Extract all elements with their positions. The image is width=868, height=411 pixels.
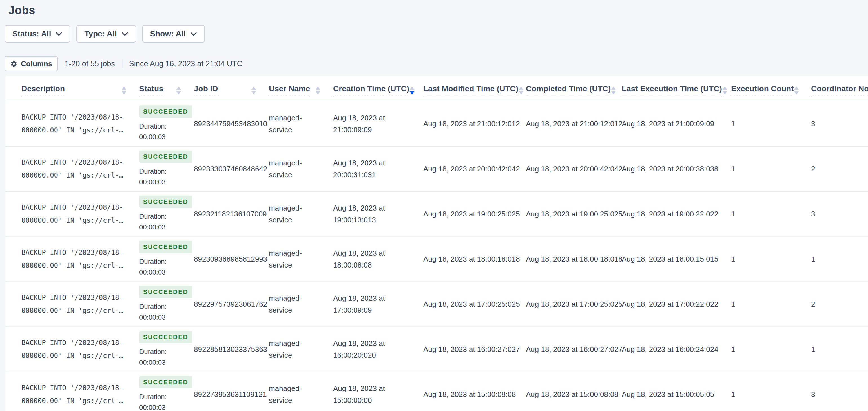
- execution-count: 1: [730, 146, 810, 192]
- last-modified-time: Aug 18, 2023 at 16:00:27:027: [422, 327, 525, 372]
- job-description: BACKUP INTO '/2023/08/18-000000.00' IN '…: [5, 101, 138, 146]
- table-row: BACKUP INTO '/2023/08/18-000000.00' IN '…: [5, 236, 868, 282]
- execution-count: 1: [730, 101, 810, 146]
- creation-time: Aug 18, 2023 at 16:00:20:020: [332, 327, 422, 372]
- gear-icon: [10, 60, 18, 67]
- status-badge: SUCCEEDED: [139, 331, 192, 343]
- creation-time: Aug 18, 2023 at 20:00:31:031: [332, 146, 422, 192]
- coordinator-node: 3: [810, 101, 868, 146]
- job-description: BACKUP INTO '/2023/08/18-000000.00' IN '…: [5, 282, 138, 327]
- status-filter-dropdown[interactable]: Status: All: [4, 25, 70, 42]
- last-modified-time: Aug 18, 2023 at 17:00:25:025: [422, 282, 525, 327]
- job-id: 892333037460848642: [193, 146, 268, 192]
- coordinator-node: 3: [810, 372, 868, 411]
- coordinator-node: 2: [810, 282, 868, 327]
- jobs-page: Jobs Status: All Type: All Show: All C: [0, 0, 868, 411]
- job-id: 892344759453483010: [193, 101, 268, 146]
- column-header-creation-time[interactable]: Creation Time (UTC): [332, 76, 422, 101]
- user-name: managed-service: [268, 327, 332, 372]
- type-filter-dropdown[interactable]: Type: All: [76, 25, 136, 42]
- show-filter-dropdown[interactable]: Show: All: [142, 25, 205, 42]
- duration-label: Duration:: [139, 211, 184, 222]
- user-name: managed-service: [268, 282, 332, 327]
- status-badge: SUCCEEDED: [139, 196, 192, 208]
- chevron-down-icon: [121, 32, 128, 36]
- last-execution-time: Aug 18, 2023 at 17:00:22:022: [621, 282, 730, 327]
- last-modified-time: Aug 18, 2023 at 18:00:18:018: [422, 236, 525, 282]
- column-header-job-id[interactable]: Job ID: [193, 76, 268, 101]
- type-filter-label: Type: All: [84, 29, 117, 38]
- execution-count: 1: [730, 192, 810, 236]
- divider: [122, 59, 122, 68]
- user-name: managed-service: [268, 372, 332, 411]
- sort-arrows-icon: [251, 86, 256, 95]
- job-id: 892321182136107009: [193, 192, 268, 236]
- column-header-description[interactable]: Description: [5, 76, 138, 101]
- sort-arrows-icon: [518, 86, 524, 95]
- job-id: 892297573923061762: [193, 282, 268, 327]
- column-header-user-name[interactable]: User Name: [268, 76, 332, 101]
- sort-arrows-icon: [315, 86, 321, 95]
- last-execution-time: Aug 18, 2023 at 19:00:22:022: [621, 192, 730, 236]
- duration-label: Duration:: [139, 256, 184, 267]
- last-execution-time: Aug 18, 2023 at 16:00:24:024: [621, 327, 730, 372]
- completed-time: Aug 18, 2023 at 19:00:25:025: [525, 192, 621, 236]
- job-description: BACKUP INTO '/2023/08/18-000000.00' IN '…: [5, 146, 138, 192]
- job-id: 892309368985812993: [193, 236, 268, 282]
- duration-label: Duration:: [139, 166, 184, 177]
- execution-count: 1: [730, 236, 810, 282]
- status-filter-label: Status: All: [12, 29, 51, 38]
- duration-value: 00:00:03: [139, 222, 184, 233]
- sort-arrows-icon: [722, 86, 727, 95]
- job-description: BACKUP INTO '/2023/08/18-000000.00' IN '…: [5, 192, 138, 236]
- column-header-completed-time[interactable]: Completed Time (UTC): [525, 76, 621, 101]
- last-modified-time: Aug 18, 2023 at 20:00:42:042: [422, 146, 525, 192]
- table-row: BACKUP INTO '/2023/08/18-000000.00' IN '…: [5, 146, 868, 192]
- column-header-coordinator-node[interactable]: Coordinator Node: [810, 76, 868, 101]
- duration-value: 00:00:03: [139, 402, 184, 411]
- job-description: BACKUP INTO '/2023/08/18-000000.00' IN '…: [5, 372, 138, 411]
- coordinator-node: 1: [810, 327, 868, 372]
- sort-arrows-icon: [409, 86, 415, 95]
- last-modified-time: Aug 18, 2023 at 21:00:12:012: [422, 101, 525, 146]
- duration-value: 00:00:03: [139, 312, 184, 323]
- column-header-last-modified-time[interactable]: Last Modified Time (UTC): [422, 76, 525, 101]
- status-badge: SUCCEEDED: [139, 376, 192, 388]
- completed-time: Aug 18, 2023 at 20:00:42:042: [525, 146, 621, 192]
- execution-count: 1: [730, 282, 810, 327]
- job-id: 892273953631109121: [193, 372, 268, 411]
- coordinator-node: 3: [810, 192, 868, 236]
- duration-value: 00:00:03: [139, 267, 184, 278]
- chevron-down-icon: [190, 32, 197, 36]
- user-name: managed-service: [268, 236, 332, 282]
- table-toolbar: Columns 1-20 of 55 jobs Since Aug 16, 20…: [4, 56, 868, 71]
- since-timestamp: Since Aug 16, 2023 at 21:04 UTC: [129, 59, 242, 68]
- completed-time: Aug 18, 2023 at 16:00:27:027: [525, 327, 621, 372]
- duration-label: Duration:: [139, 301, 184, 312]
- page-title: Jobs: [8, 4, 868, 17]
- column-header-last-execution-time[interactable]: Last Execution Time (UTC): [621, 76, 730, 101]
- jobs-table: Description Status Job ID User Name Crea…: [5, 76, 868, 411]
- job-description: BACKUP INTO '/2023/08/18-000000.00' IN '…: [5, 236, 138, 282]
- duration-label: Duration:: [139, 391, 184, 402]
- job-description: BACKUP INTO '/2023/08/18-000000.00' IN '…: [5, 327, 138, 372]
- completed-time: Aug 18, 2023 at 21:00:12:012: [525, 101, 621, 146]
- duration-label: Duration:: [139, 121, 184, 131]
- last-modified-time: Aug 18, 2023 at 19:00:25:025: [422, 192, 525, 236]
- last-execution-time: Aug 18, 2023 at 21:00:09:09: [621, 101, 730, 146]
- sort-arrows-icon: [176, 86, 182, 95]
- jobs-table-card: Description Status Job ID User Name Crea…: [5, 76, 868, 411]
- completed-time: Aug 18, 2023 at 15:00:08:08: [525, 372, 621, 411]
- status-badge: SUCCEEDED: [139, 106, 192, 118]
- column-header-execution-count[interactable]: Execution Count: [730, 76, 810, 101]
- status-badge: SUCCEEDED: [139, 286, 192, 298]
- sort-arrows-icon: [794, 86, 799, 95]
- column-header-status[interactable]: Status: [138, 76, 193, 101]
- creation-time: Aug 18, 2023 at 18:00:08:08: [332, 236, 422, 282]
- coordinator-node: 2: [810, 146, 868, 192]
- last-execution-time: Aug 18, 2023 at 15:00:05:05: [621, 372, 730, 411]
- columns-button[interactable]: Columns: [4, 56, 58, 71]
- table-row: BACKUP INTO '/2023/08/18-000000.00' IN '…: [5, 372, 868, 411]
- duration-value: 00:00:03: [139, 177, 184, 187]
- creation-time: Aug 18, 2023 at 19:00:13:013: [332, 192, 422, 236]
